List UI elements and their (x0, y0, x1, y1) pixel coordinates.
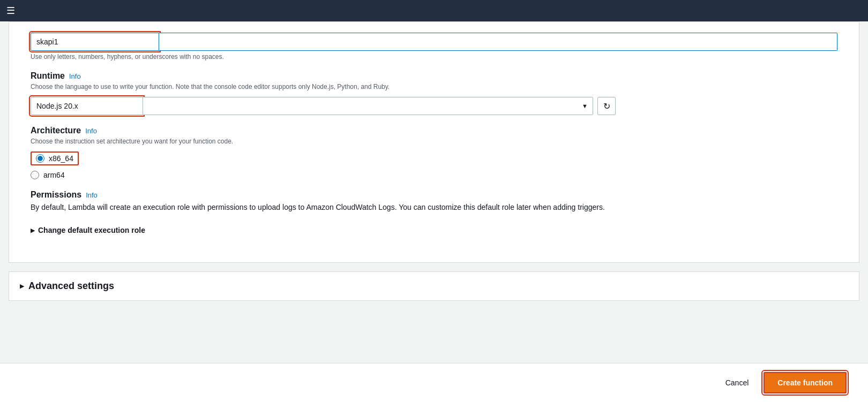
architecture-x86-option[interactable]: x86_64 (31, 151, 837, 165)
top-navigation-bar: ☰ (0, 0, 868, 21)
permissions-info-link[interactable]: Info (86, 191, 98, 199)
architecture-label: Architecture Info (31, 126, 837, 135)
change-role-label: Change default execution role (38, 226, 145, 234)
runtime-select-first[interactable]: Node.js 20.x Node.js 18.x Python 3.12 Py… (31, 97, 143, 115)
runtime-select-container: Node.js 20.x Node.js 18.x Python 3.12 Py… (31, 97, 593, 115)
advanced-settings-title: Advanced settings (28, 280, 114, 292)
create-function-button[interactable]: Create function (764, 372, 847, 393)
architecture-info-link[interactable]: Info (85, 127, 97, 135)
runtime-group: Runtime Info Choose the language to use … (31, 71, 837, 115)
refresh-icon: ↻ (603, 101, 610, 111)
runtime-select-rest[interactable] (143, 97, 593, 115)
permissions-group: Permissions Info By default, Lambda will… (31, 190, 837, 239)
architecture-radio-group: x86_64 arm64 (31, 151, 837, 179)
footer-bar: Cancel Create function (0, 363, 868, 402)
advanced-settings-section: ▶ Advanced settings (9, 271, 859, 301)
function-name-hint: Use only letters, numbers, hyphens, or u… (31, 53, 837, 60)
permissions-label: Permissions Info (31, 190, 837, 200)
runtime-label: Runtime Info (31, 71, 837, 81)
architecture-group: Architecture Info Choose the instruction… (31, 126, 837, 179)
runtime-refresh-button[interactable]: ↻ (597, 97, 616, 115)
runtime-description: Choose the language to use to write your… (31, 83, 837, 90)
runtime-select-row: Node.js 20.x Node.js 18.x Python 3.12 Py… (31, 97, 837, 115)
hamburger-menu-icon[interactable]: ☰ (6, 5, 15, 17)
architecture-description: Choose the instruction set architecture … (31, 138, 837, 145)
change-role-collapsible[interactable]: ▶ Change default execution role (31, 222, 837, 239)
runtime-info-link[interactable]: Info (69, 72, 81, 80)
architecture-arm64-radio[interactable] (31, 171, 39, 179)
change-role-chevron-icon: ▶ (31, 227, 35, 234)
cancel-button[interactable]: Cancel (717, 374, 758, 391)
function-name-second-input[interactable] (159, 33, 837, 51)
function-name-input-row: skapi1 (31, 33, 837, 51)
architecture-arm64-label: arm64 (43, 171, 65, 179)
function-name-first-input[interactable]: skapi1 (31, 33, 159, 51)
advanced-settings-chevron-icon: ▶ (20, 283, 24, 290)
architecture-x86-radio[interactable] (36, 154, 44, 163)
advanced-settings-header[interactable]: ▶ Advanced settings (9, 272, 859, 300)
architecture-x86-label: x86_64 (49, 154, 73, 163)
function-name-group: skapi1 Use only letters, numbers, hyphen… (31, 33, 837, 60)
architecture-arm64-option[interactable]: arm64 (31, 171, 837, 179)
runtime-select-rest-container (143, 97, 593, 115)
permissions-description: By default, Lambda will create an execut… (31, 202, 837, 213)
main-form-section: skapi1 Use only letters, numbers, hyphen… (9, 21, 859, 263)
